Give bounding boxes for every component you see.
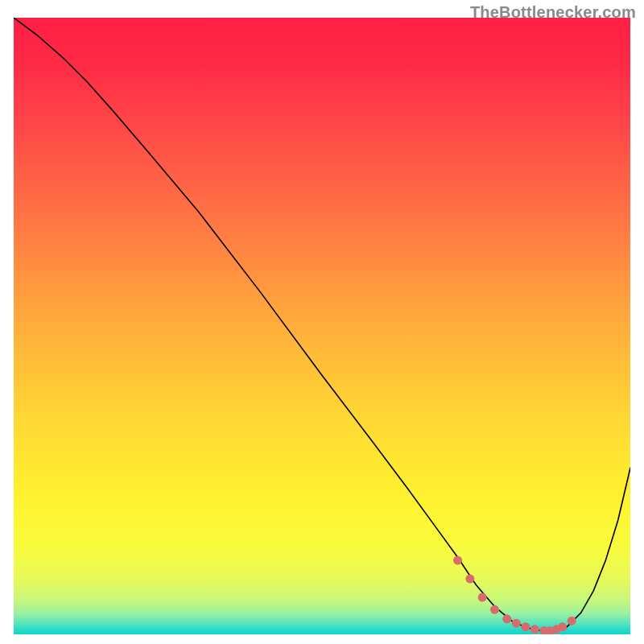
chart-area (14, 18, 630, 634)
marker-point (478, 593, 487, 602)
marker-point (490, 605, 499, 614)
marker-point (558, 622, 567, 631)
chart-root: TheBottlenecker.com (0, 0, 644, 644)
marker-point (568, 617, 576, 625)
marker-point (502, 614, 511, 623)
marker-point (453, 556, 462, 565)
chart-background (14, 18, 630, 634)
marker-point (521, 622, 530, 631)
marker-point (512, 619, 521, 628)
marker-point (465, 575, 474, 584)
marker-point (530, 625, 539, 634)
chart-svg (14, 18, 630, 634)
